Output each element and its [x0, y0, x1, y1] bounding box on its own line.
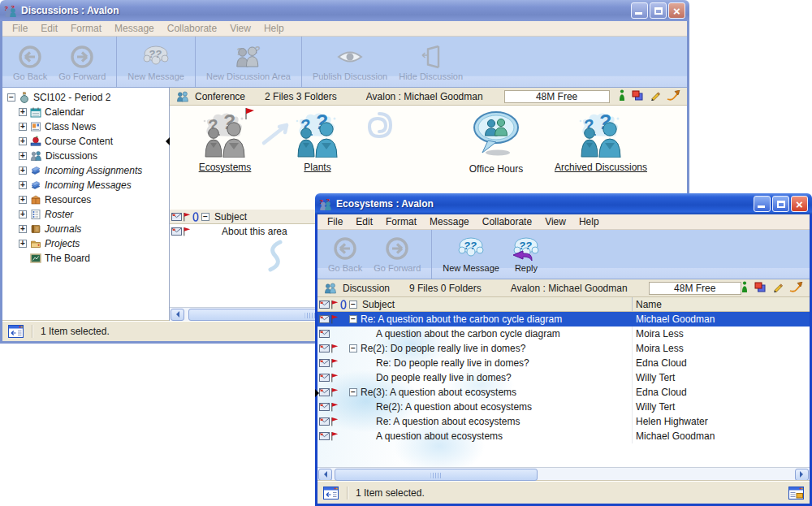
tree-item-projects[interactable]: +Projects: [2, 236, 169, 251]
toggle-panel-icon[interactable]: [323, 487, 339, 500]
tree-item-incoming-messages[interactable]: +Incoming Messages: [2, 178, 169, 192]
titlebar-ecosystems[interactable]: ? ? Ecosystems : Avalon ×: [315, 193, 812, 214]
scrollbar-thumb[interactable]: [335, 469, 538, 481]
pen-sign-indicator[interactable]: [667, 90, 680, 103]
menu-message[interactable]: Message: [108, 21, 161, 36]
squares-indicator[interactable]: [754, 282, 766, 295]
tree-expand-box[interactable]: +: [19, 225, 27, 233]
menu-help[interactable]: Help: [572, 214, 606, 229]
go-back-button[interactable]: Go Back: [7, 38, 53, 85]
tree-expand-box[interactable]: +: [19, 181, 27, 189]
titlebar-discussions[interactable]: ? ? Discussions : Avalon ×: [0, 0, 689, 21]
tree-item-course-content[interactable]: +Course Content: [2, 134, 169, 149]
scrollbar-track[interactable]: [333, 469, 794, 481]
tree-expand-box[interactable]: +: [19, 196, 27, 204]
go-forward-button[interactable]: Go Forward: [53, 38, 111, 85]
horizontal-scrollbar[interactable]: [317, 467, 810, 481]
table-row[interactable]: Re: Do people really live in domes?Edna …: [317, 356, 810, 370]
table-row[interactable]: −Re: A question about the carbon cycle d…: [317, 312, 810, 327]
new-discussion-area-button[interactable]: ? ? New Discussion Area: [201, 38, 296, 85]
new-message-button[interactable]: ?? New Message: [122, 38, 190, 85]
table-row[interactable]: A question about ecosystemsMichael Goodm…: [317, 429, 810, 443]
green-person-indicator[interactable]: [619, 89, 625, 103]
menu-format[interactable]: Format: [64, 21, 108, 36]
scroll-right-button[interactable]: [795, 469, 809, 481]
subject-cell: Re: A question about ecosystems: [317, 414, 633, 429]
go-forward-button[interactable]: Go Forward: [368, 231, 426, 277]
pencil-indicator[interactable]: [650, 90, 660, 103]
minimize-button[interactable]: [754, 196, 771, 212]
tree-item-roster[interactable]: +Roster: [2, 207, 169, 222]
conference-item-archived-discussions[interactable]: ? ? Archived Discussions: [533, 110, 668, 173]
name-column-header[interactable]: Name: [633, 297, 810, 311]
tree-item-the-board[interactable]: The Board: [2, 251, 169, 266]
hide-discussion-button[interactable]: Hide Discussion: [393, 38, 469, 85]
menu-edit[interactable]: Edit: [349, 214, 379, 229]
table-row[interactable]: Re(2): A question about ecosystemsWilly …: [317, 400, 810, 414]
tree-expand-box[interactable]: +: [19, 152, 27, 160]
menu-message[interactable]: Message: [423, 214, 476, 229]
menu-view[interactable]: View: [223, 21, 257, 36]
tree-item-discussions[interactable]: + Discussions: [2, 149, 169, 163]
close-button[interactable]: ×: [668, 2, 685, 19]
tree-item-journals[interactable]: +Journals: [2, 222, 169, 236]
tree-item-sci102-period-2[interactable]: −SCI102 - Period 2: [2, 90, 169, 105]
table-row[interactable]: Re: A question about ecosystemsHelen Hig…: [317, 414, 810, 429]
collapse-all-box[interactable]: −: [201, 213, 209, 221]
table-row[interactable]: −Re(2): Do people really live in domes?M…: [317, 341, 810, 356]
menu-file[interactable]: File: [321, 214, 349, 229]
scroll-left-button[interactable]: [318, 469, 332, 481]
subject-column-header[interactable]: − Subject: [317, 297, 633, 311]
file-folder-count: 9 Files 0 Folders: [409, 283, 482, 294]
pen-sign-indicator[interactable]: [789, 282, 803, 295]
close-button[interactable]: ×: [791, 196, 808, 212]
menu-file[interactable]: File: [6, 21, 34, 36]
maximize-button[interactable]: [772, 196, 789, 212]
menu-edit[interactable]: Edit: [34, 21, 64, 36]
tree-expand-box[interactable]: +: [19, 240, 27, 248]
tree-expand-box[interactable]: +: [19, 108, 27, 116]
pencil-indicator[interactable]: [772, 282, 783, 295]
toggle-panel-icon[interactable]: [8, 325, 24, 338]
reply-button[interactable]: ?? Reply: [505, 231, 547, 277]
tree-item-class-news[interactable]: +Class News: [2, 119, 169, 134]
tree-expand-box[interactable]: +: [19, 210, 27, 218]
table-row[interactable]: A question about the carbon cycle diagra…: [317, 327, 810, 341]
go-back-button[interactable]: Go Back: [322, 231, 368, 277]
tree-item-incoming-assignments[interactable]: +Incoming Assignments: [2, 163, 169, 178]
svg-text:??: ??: [464, 240, 477, 252]
tree-item-label: The Board: [45, 253, 90, 264]
table-row[interactable]: −Re(3): A question about ecosystemsEdna …: [317, 385, 810, 400]
maximize-button[interactable]: [650, 2, 667, 19]
thread-collapse-box[interactable]: −: [349, 344, 357, 352]
menu-collaborate[interactable]: Collaborate: [161, 21, 223, 36]
thread-collapse-box[interactable]: −: [349, 315, 357, 323]
conference-item-ecosystems[interactable]: ? ? Ecosystems: [184, 110, 266, 173]
tree-expand-box[interactable]: +: [19, 167, 27, 175]
splitter-collapse-arrow[interactable]: [162, 137, 170, 145]
discussion-info-bar: Discussion 9 Files 0 Folders Avalon : Mi…: [317, 279, 810, 297]
menu-view[interactable]: View: [538, 214, 572, 229]
collapse-all-box[interactable]: −: [349, 301, 357, 309]
scroll-left-button[interactable]: [171, 309, 184, 321]
tree-expand-box[interactable]: +: [19, 123, 27, 131]
table-row[interactable]: Do people really live in domes?Willy Ter…: [317, 370, 810, 385]
thread-collapse-box[interactable]: −: [349, 388, 357, 396]
menu-collaborate[interactable]: Collaborate: [476, 214, 538, 229]
reply-cloud-icon: ??: [511, 236, 542, 262]
tree-item-calendar[interactable]: +Calendar: [2, 105, 169, 119]
new-message-button[interactable]: ?? New Message: [437, 231, 505, 277]
toolbar-button-label: Go Back: [328, 263, 362, 273]
tree-expand-box[interactable]: +: [19, 137, 27, 145]
green-person-indicator[interactable]: [741, 281, 748, 295]
view-options-icon[interactable]: [788, 487, 804, 500]
squares-indicator[interactable]: [632, 90, 643, 103]
tree-item-resources[interactable]: +Resources: [2, 192, 169, 207]
menu-help[interactable]: Help: [257, 21, 291, 36]
publish-discussion-button[interactable]: Publish Discussion: [307, 38, 393, 85]
subject-column-header[interactable]: Subject: [214, 211, 247, 223]
minimize-button[interactable]: [631, 2, 648, 19]
menu-format[interactable]: Format: [379, 214, 423, 229]
tree-collapse-box[interactable]: −: [7, 93, 15, 102]
splitter-collapse-arrow[interactable]: [315, 389, 323, 397]
